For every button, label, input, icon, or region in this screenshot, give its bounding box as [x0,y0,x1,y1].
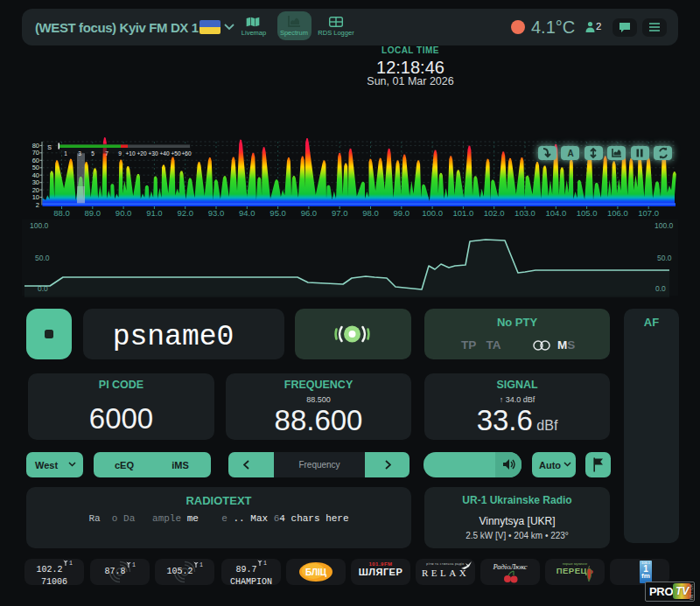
svg-text:1: 1 [132,562,136,568]
svg-text:50.0: 50.0 [35,254,50,262]
svg-text:100.0: 100.0 [30,221,49,230]
svg-text:БЛІЦ: БЛІЦ [305,568,327,577]
svg-text:1: 1 [263,561,267,567]
svg-text:100.0: 100.0 [654,221,674,230]
svg-text:1: 1 [200,562,203,568]
svg-text:1: 1 [69,561,73,567]
svg-text:50.0: 50.0 [657,254,672,262]
